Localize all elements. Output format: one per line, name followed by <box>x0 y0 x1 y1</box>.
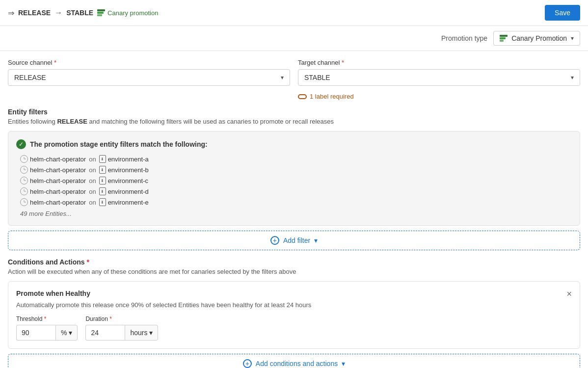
clock-icon <box>20 166 28 174</box>
link-icon: ⬇ <box>99 166 106 174</box>
duration-input[interactable] <box>85 325 125 341</box>
conditions-title: Conditions and Actions * <box>8 258 580 266</box>
threshold-input-row: % ▾ <box>16 325 78 341</box>
environment-name: environment-d <box>108 188 149 195</box>
entity-filters-section: Entity filters Entities following RELEAS… <box>8 108 580 250</box>
breadcrumb: ⇒ RELEASE → STABLE Canary promotion <box>8 8 158 18</box>
entity-filters-desc: Entities following RELEASE and matching … <box>8 118 580 125</box>
on-label: on <box>89 166 96 174</box>
channels-row: Source channel * RELEASE ▾ Target channe… <box>8 59 580 100</box>
canary-badge: Canary promotion <box>97 9 158 17</box>
entity-name: helm-chart-operator <box>30 156 86 163</box>
required-star: * <box>54 59 56 66</box>
add-conditions-label: Add conditions and actions <box>256 360 338 368</box>
target-channel-chevron: ▾ <box>571 74 574 81</box>
warning-icon <box>298 94 307 99</box>
threshold-group: Threshold * % ▾ <box>16 315 78 341</box>
condition-fields: Threshold * % ▾ Duration * <box>16 315 572 341</box>
target-channel-select[interactable]: STABLE ▾ <box>298 69 580 86</box>
threshold-label: Threshold * <box>16 315 78 322</box>
entity-name: helm-chart-operator <box>30 188 86 195</box>
entity-filters-title: Entity filters <box>8 108 580 116</box>
threshold-unit-select[interactable]: % ▾ <box>55 325 78 341</box>
canary-layers-icon <box>97 9 105 16</box>
page-header: ⇒ RELEASE → STABLE Canary promotion Save <box>0 0 588 26</box>
list-item: helm-chart-operator on ⬇ environment-d <box>20 187 572 195</box>
add-conditions-chevron: ▾ <box>342 360 345 368</box>
canary-icon <box>500 35 508 42</box>
more-entities-text: 49 more Entities... <box>16 210 572 217</box>
clock-icon <box>20 187 28 195</box>
source-channel-value: RELEASE <box>14 74 46 81</box>
add-conditions-button[interactable]: + Add conditions and actions ▾ <box>8 354 580 368</box>
release-bold: RELEASE <box>57 118 87 125</box>
source-channel-select[interactable]: RELEASE ▾ <box>8 69 290 86</box>
clock-icon <box>20 155 28 163</box>
environment-name: environment-b <box>108 166 149 174</box>
main-content: Source channel * RELEASE ▾ Target channe… <box>0 51 588 368</box>
entity-name: helm-chart-operator <box>30 177 86 184</box>
target-channel-group: Target channel * STABLE ▾ 1 label requir… <box>298 59 580 100</box>
duration-unit-select[interactable]: hours ▾ <box>125 325 158 341</box>
duration-label: Duration * <box>85 315 158 322</box>
environment-name: environment-e <box>108 199 149 206</box>
promo-type-label: Promotion type <box>441 34 487 42</box>
add-filter-button[interactable]: + Add filter ▾ <box>8 231 580 250</box>
clock-icon <box>20 198 28 206</box>
release-label: RELEASE <box>18 9 51 17</box>
environment-name: environment-a <box>108 156 149 163</box>
threshold-input[interactable] <box>16 325 55 341</box>
condition-card: Promote when Healthy × Automatically pro… <box>8 281 580 349</box>
duration-unit-chevron: ▾ <box>149 329 153 337</box>
on-label: on <box>89 199 96 206</box>
add-filter-label: Add filter <box>283 237 310 244</box>
condition-title: Promote when Healthy <box>16 289 90 297</box>
conditions-section: Conditions and Actions * Action will be … <box>8 258 580 368</box>
entity-name: helm-chart-operator <box>30 199 86 206</box>
threshold-unit-chevron: ▾ <box>69 329 72 337</box>
promo-type-select[interactable]: Canary Promotion ▾ <box>493 31 580 46</box>
conditions-desc: Action will be executed when any of thes… <box>8 268 580 275</box>
canary-badge-label: Canary promotion <box>107 9 158 17</box>
promo-type-bar: Promotion type Canary Promotion ▾ <box>0 26 588 51</box>
target-required-star: * <box>342 59 344 66</box>
list-item: helm-chart-operator on ⬇ environment-e <box>20 198 572 206</box>
source-channel-label: Source channel * <box>8 59 290 66</box>
filter-match-row: ✓ The promotion stage entity filters mat… <box>16 139 572 149</box>
link-icon: ⬇ <box>99 187 106 195</box>
on-label: on <box>89 156 96 163</box>
list-item: helm-chart-operator on ⬇ environment-c <box>20 177 572 184</box>
warning-text: 1 label required <box>310 93 354 100</box>
arrow-right-icon-2: → <box>54 8 62 17</box>
link-icon: ⬇ <box>99 198 106 206</box>
source-channel-chevron: ▾ <box>281 74 284 81</box>
plus-circle-icon: + <box>270 236 279 245</box>
target-channel-value: STABLE <box>304 74 330 81</box>
entity-list: helm-chart-operator on ⬇ environment-a h… <box>16 155 572 206</box>
target-channel-label: Target channel * <box>298 59 580 66</box>
clock-icon <box>20 177 28 184</box>
threshold-unit-label: % <box>61 329 67 337</box>
source-channel-group: Source channel * RELEASE ▾ <box>8 59 290 100</box>
environment-name: environment-c <box>108 177 148 184</box>
promo-type-value: Canary Promotion <box>511 34 567 42</box>
save-button[interactable]: Save <box>545 5 580 21</box>
warning-box: 1 label required <box>298 93 580 100</box>
list-item: helm-chart-operator on ⬇ environment-a <box>20 155 572 163</box>
duration-group: Duration * hours ▾ <box>85 315 158 341</box>
conditions-required: * <box>86 258 89 266</box>
duration-unit-label: hours <box>130 329 147 337</box>
filter-match-text: The promotion stage entity filters match… <box>30 140 208 148</box>
chevron-down-icon: ▾ <box>571 35 574 42</box>
entity-filter-box: ✓ The promotion stage entity filters mat… <box>8 131 580 226</box>
arrow-right-icon: ⇒ <box>8 8 14 18</box>
entity-name: helm-chart-operator <box>30 166 86 174</box>
stable-label: STABLE <box>66 9 93 17</box>
on-label: on <box>89 177 96 184</box>
link-icon: ⬇ <box>99 177 106 184</box>
link-icon: ⬇ <box>99 155 106 163</box>
list-item: helm-chart-operator on ⬇ environment-b <box>20 166 572 174</box>
on-label: on <box>89 188 96 195</box>
add-conditions-plus-icon: + <box>243 359 252 368</box>
close-condition-button[interactable]: × <box>566 289 572 298</box>
